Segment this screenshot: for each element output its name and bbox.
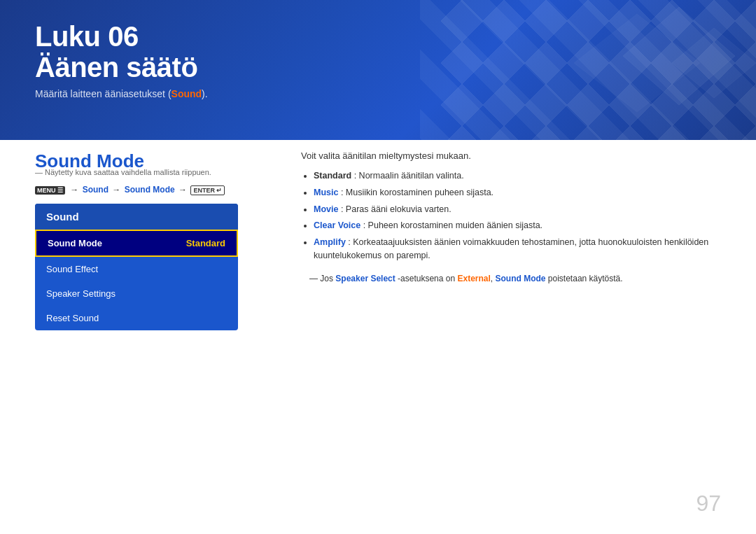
sound-effect-item[interactable]: Sound Effect xyxy=(35,257,238,281)
reset-sound-label: Reset Sound xyxy=(46,313,99,323)
text-movie: : Paras ääni elokuvia varten. xyxy=(341,204,451,214)
sound-mode-item[interactable]: Sound Mode Standard xyxy=(35,230,238,257)
text-clear-voice: : Puheen korostaminen muiden äänien sija… xyxy=(363,220,542,230)
menu-icon: MENU ☰ xyxy=(35,186,65,195)
menu-path: MENU ☰ → Sound → Sound Mode → ENTER ↵ xyxy=(35,185,287,195)
bullet-list: Standard : Normaalin äänitilan valinta. … xyxy=(301,169,735,262)
term-music: Music xyxy=(314,188,338,197)
note-after: poistetaan käytöstä. xyxy=(546,274,623,283)
enter-icon: ENTER ↵ xyxy=(190,185,225,195)
term-standard: Standard xyxy=(314,171,351,181)
sound-effect-label: Sound Effect xyxy=(46,264,98,274)
term-amplify: Amplify xyxy=(314,237,346,247)
reset-sound-item[interactable]: Reset Sound xyxy=(35,306,238,330)
note-before: Jos xyxy=(320,274,335,283)
diamond-pattern xyxy=(441,0,756,140)
term-sound-mode: Sound Mode xyxy=(496,274,546,283)
subtitle-before: Määritä laitteen ääniasetukset ( xyxy=(35,88,172,99)
sound-mode-link: Sound Mode xyxy=(125,185,175,195)
intro-text: Voit valita äänitilan mieltymystesi muka… xyxy=(301,150,735,161)
sound-panel-header: Sound xyxy=(35,204,238,230)
sound-panel: Sound Sound Mode Standard Sound Effect S… xyxy=(35,204,238,330)
arrow1: → xyxy=(70,185,80,195)
chapter-number: Luku 06 xyxy=(35,21,208,52)
left-column: Sound Mode MENU ☰ → Sound → Sound Mode →… xyxy=(35,150,287,330)
sound-mode-label: Sound Mode xyxy=(48,238,102,248)
term-external: External xyxy=(457,274,490,283)
list-item: Movie : Paras ääni elokuvia varten. xyxy=(314,203,735,216)
list-item: Clear Voice : Puheen korostaminen muiden… xyxy=(314,219,735,232)
main-content: Sound Mode MENU ☰ → Sound → Sound Mode →… xyxy=(0,150,756,534)
note-mid: -asetuksena on xyxy=(396,274,458,283)
sound-mode-value: Standard xyxy=(186,238,225,248)
arrow2: → xyxy=(112,185,122,195)
text-amplify: : Korkeataajuuksisten äänien voimakkuude… xyxy=(314,237,708,260)
speaker-select-note: Jos Speaker Select -asetuksena on Extern… xyxy=(301,272,735,285)
bottom-note: Näytetty kuva saattaa vaihdella mallista… xyxy=(35,168,211,176)
term-movie: Movie xyxy=(314,204,338,214)
right-column: Voit valita äänitilan mieltymystesi muka… xyxy=(301,150,735,285)
list-item: Music : Musiikin korostaminen puheen sij… xyxy=(314,186,735,199)
header-text-block: Luku 06 Äänen säätö Määritä laitteen ään… xyxy=(35,21,208,99)
text-music: : Musiikin korostaminen puheen sijasta. xyxy=(341,188,493,197)
subtitle-after: ). xyxy=(202,88,208,99)
term-clear-voice: Clear Voice xyxy=(314,220,360,230)
speaker-settings-item[interactable]: Speaker Settings xyxy=(35,281,238,306)
note-comma: , xyxy=(491,274,496,283)
subtitle-link: Sound xyxy=(172,88,202,99)
chapter-title: Äänen säätö xyxy=(35,52,208,83)
list-item: Amplify : Korkeataajuuksisten äänien voi… xyxy=(314,236,735,262)
text-standard: : Normaalin äänitilan valinta. xyxy=(354,171,464,181)
speaker-settings-label: Speaker Settings xyxy=(46,288,115,299)
header-banner: Luku 06 Äänen säätö Määritä laitteen ään… xyxy=(0,0,756,140)
sound-link: Sound xyxy=(83,185,108,195)
page-number: 97 xyxy=(696,491,721,517)
term-speaker-select: Speaker Select xyxy=(335,274,395,283)
header-subtitle: Määritä laitteen ääniasetukset (Sound). xyxy=(35,88,208,99)
list-item: Standard : Normaalin äänitilan valinta. xyxy=(314,169,735,183)
arrow3: → xyxy=(178,185,189,195)
